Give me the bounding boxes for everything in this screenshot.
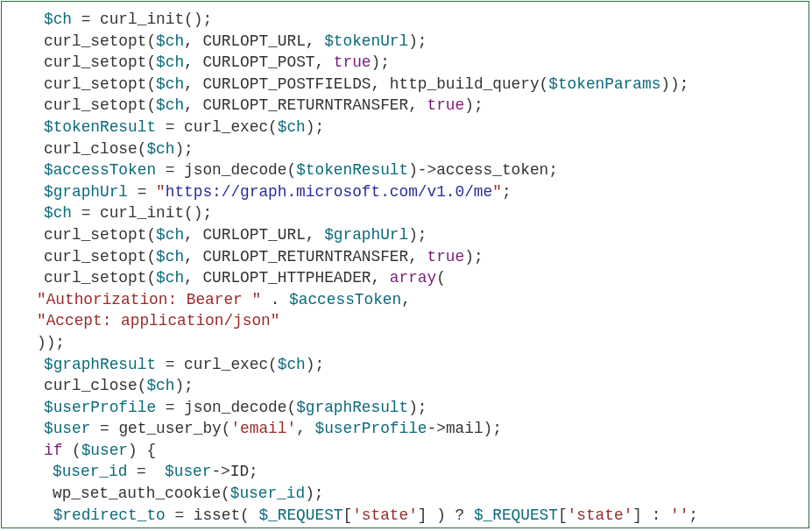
token-op: ( — [146, 75, 156, 93]
token-var: $user_id — [53, 463, 127, 480]
token-op: = — [156, 356, 184, 373]
token-var: $tokenParams — [548, 75, 660, 93]
token-var: $ch — [156, 96, 184, 114]
code-line: curl_setopt($ch, CURLOPT_URL, $tokenUrl)… — [2, 31, 808, 53]
code-line: curl_setopt($ch, CURLOPT_POSTFIELDS, htt… — [2, 74, 808, 96]
token-op: , — [306, 32, 324, 50]
token-var: $ch — [156, 269, 184, 287]
token-op: ); — [464, 96, 483, 114]
token-var: $ch — [156, 53, 184, 71]
token-var: $userProfile — [44, 399, 156, 416]
token-op: , — [184, 32, 202, 50]
token-op: , — [306, 226, 324, 244]
code-line: curl_setopt($ch, CURLOPT_POST, true); — [2, 52, 808, 74]
token-op: = — [156, 399, 184, 416]
token-url: https://graph.microsoft.com/v1.0/me — [166, 183, 492, 201]
code-line: $userProfile = json_decode($graphResult)… — [2, 397, 808, 419]
token-var: $graphUrl — [324, 226, 408, 244]
token-var: $user_id — [230, 485, 305, 502]
token-func: curl_close — [44, 140, 138, 158]
token-op: ( — [146, 32, 156, 50]
token-func: curl_init — [100, 11, 184, 28]
token-op: , — [371, 269, 390, 287]
token-op: ( — [221, 485, 230, 502]
code-line: curl_close($ch); — [2, 375, 808, 397]
token-op: ) { — [128, 442, 156, 459]
token-string: "Accept: application/json" — [37, 312, 279, 329]
code-line: curl_setopt($ch, CURLOPT_RETURNTRANSFER,… — [2, 246, 808, 268]
token-op: = — [166, 506, 194, 524]
token-string: 'state' — [352, 506, 418, 524]
token-var: $graphUrl — [44, 183, 128, 201]
code-line: curl_setopt($ch, CURLOPT_HTTPHEADER, arr… — [2, 267, 808, 289]
token-op: . — [261, 291, 289, 308]
token-var: $ch — [146, 140, 174, 158]
token-func: curl_setopt — [44, 32, 146, 50]
token-var: $ch — [278, 118, 306, 136]
token-op: ); — [306, 356, 324, 373]
token-op: ( — [286, 399, 296, 416]
code-line: "Accept: application/json" — [2, 310, 808, 332]
token-string: '' — [670, 506, 688, 524]
token-keyword: if — [44, 442, 62, 459]
code-block: $ch = curl_init();curl_setopt($ch, CURLO… — [1, 1, 809, 528]
token-string: 'email' — [230, 420, 296, 437]
token-op: [ — [342, 506, 352, 524]
token-op: ( — [268, 356, 278, 373]
token-op: ( — [62, 442, 81, 459]
token-op: )); — [37, 334, 65, 351]
token-op: -> — [211, 463, 229, 480]
token-var: $ch — [156, 248, 184, 266]
token-op: ( — [240, 506, 258, 524]
token-func: curl_setopt — [44, 53, 146, 71]
token-op: ); — [408, 32, 427, 50]
token-var: $_REQUEST — [258, 506, 342, 524]
token-var: $user — [81, 442, 128, 459]
token-var: $user — [44, 420, 90, 437]
token-var: $accessToken — [289, 291, 401, 308]
token-var: $ch — [146, 377, 174, 394]
token-func: json_decode — [184, 399, 286, 416]
token-string: "Authorization: Bearer " — [37, 291, 261, 308]
token-op: ( — [540, 75, 549, 93]
token-op: ( — [146, 53, 156, 71]
code-line: "Authorization: Bearer " . $accessToken, — [2, 289, 808, 311]
token-const: CURLOPT_HTTPHEADER — [202, 269, 371, 287]
token-op: , — [184, 53, 202, 71]
token-op: , — [408, 96, 427, 114]
token-op: , — [184, 226, 202, 244]
code-line: curl_close($ch); — [2, 138, 808, 160]
token-op: ] : — [632, 506, 670, 524]
token-func: curl_exec — [184, 356, 268, 373]
code-line: $user = get_user_by('email', $userProfil… — [2, 418, 808, 440]
token-func: curl_setopt — [44, 75, 146, 93]
token-op: [ — [558, 506, 568, 524]
token-op: ); — [174, 140, 193, 158]
token-op: ( — [138, 377, 147, 394]
token-func: curl_init — [100, 204, 184, 222]
token-func: curl_close — [44, 377, 138, 394]
token-op: ( — [222, 420, 231, 437]
token-prop: access_token — [436, 161, 548, 179]
token-op: ( — [146, 269, 156, 287]
code-line: $ch = curl_init(); — [2, 202, 808, 224]
token-op: ); — [484, 420, 502, 437]
code-line: $graphResult = curl_exec($ch); — [2, 354, 808, 376]
token-var: $graphResult — [296, 399, 408, 416]
token-var: $tokenResult — [296, 161, 408, 179]
code-line: $graphUrl = "https://graph.microsoft.com… — [2, 181, 808, 203]
token-var: $user — [165, 463, 211, 480]
token-string: " — [156, 183, 166, 201]
token-op: ( — [436, 269, 446, 287]
token-func: curl_setopt — [44, 248, 146, 266]
token-op: ); — [174, 377, 193, 394]
token-op: = — [128, 183, 156, 201]
token-keyword: true — [427, 248, 465, 266]
token-const: CURLOPT_POST — [202, 53, 314, 71]
token-func: curl_setopt — [44, 96, 146, 114]
token-func: http_build_query — [390, 75, 540, 93]
token-op: ( — [138, 140, 147, 158]
token-op: , — [184, 269, 202, 287]
token-op: ( — [146, 248, 156, 266]
token-op: ); — [408, 226, 427, 244]
